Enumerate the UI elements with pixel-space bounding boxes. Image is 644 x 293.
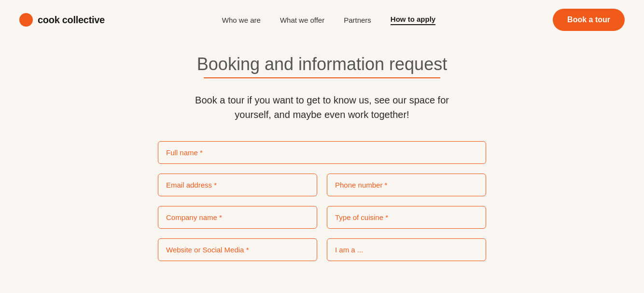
header: cook collective Who we are What we offer…: [0, 0, 644, 40]
company-input[interactable]: [158, 206, 317, 229]
iam-input[interactable]: [327, 238, 486, 261]
nav-what-we-offer[interactable]: What we offer: [280, 16, 324, 24]
nav: Who we are What we offer Partners How to…: [222, 15, 435, 25]
email-phone-row: [158, 174, 486, 196]
full-name-row: [158, 141, 486, 164]
nav-who-we-are[interactable]: Who we are: [222, 16, 261, 24]
logo-text: cook collective: [38, 15, 105, 26]
nav-partners[interactable]: Partners: [344, 16, 371, 24]
website-input[interactable]: [158, 238, 317, 261]
logo[interactable]: cook collective: [19, 13, 105, 27]
email-input[interactable]: [158, 174, 317, 196]
description-text: Book a tour if you want to get to know u…: [182, 93, 462, 122]
cuisine-input[interactable]: [327, 206, 486, 229]
title-underline: [204, 77, 440, 78]
booking-form: [158, 141, 486, 261]
logo-dot: [19, 13, 33, 27]
book-tour-button[interactable]: Book a tour: [553, 9, 625, 31]
main-content: Booking and information request Book a t…: [0, 40, 644, 280]
phone-input[interactable]: [327, 174, 486, 196]
full-name-input[interactable]: [158, 141, 486, 164]
company-cuisine-row: [158, 206, 486, 229]
nav-how-to-apply[interactable]: How to apply: [391, 15, 435, 25]
website-iam-row: [158, 238, 486, 261]
page-title: Booking and information request: [197, 54, 447, 74]
